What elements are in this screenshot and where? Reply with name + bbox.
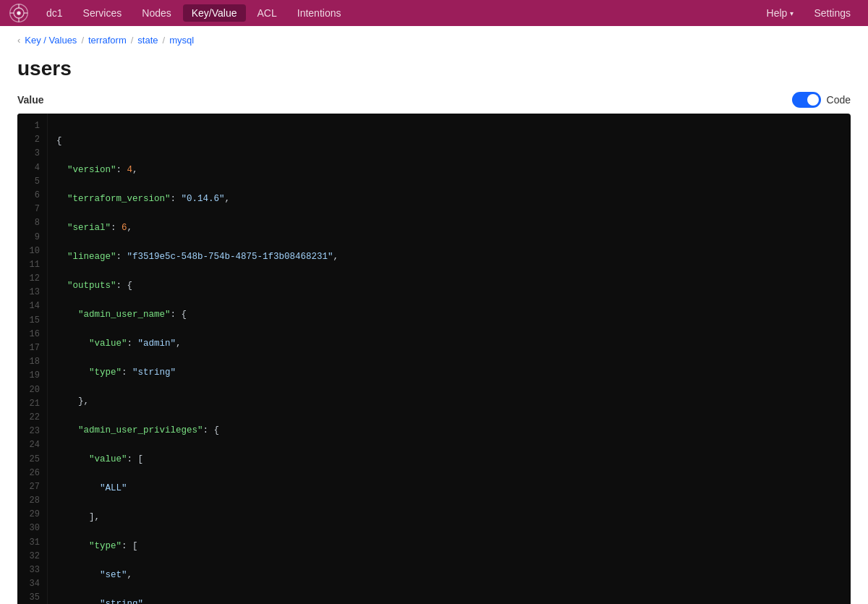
code-line-6: "outputs": { [56, 278, 842, 293]
ln-11: 11 [17, 258, 47, 272]
code-line-1: { [56, 134, 842, 148]
nav-nodes[interactable]: Nodes [133, 4, 179, 22]
ln-21: 21 [17, 397, 47, 411]
ln-1: 1 [17, 119, 47, 133]
ln-25: 25 [17, 453, 47, 467]
code-toggle-switch[interactable] [792, 92, 821, 108]
breadcrumb-sep-3: / [163, 35, 166, 46]
ln-10: 10 [17, 244, 47, 258]
ln-30: 30 [17, 522, 47, 535]
ln-12: 12 [17, 272, 47, 286]
code-line-11: "admin_user_privileges": { [56, 423, 842, 438]
ln-35: 35 [17, 591, 47, 604]
navbar: dc1 Services Nodes Key/Value ACL Intenti… [0, 0, 868, 26]
ln-5: 5 [17, 175, 47, 189]
code-line-17: "string" [56, 597, 842, 604]
code-toggle-container: Code [792, 92, 851, 108]
ln-33: 33 [17, 563, 47, 577]
ln-6: 6 [17, 189, 47, 203]
nav-intentions[interactable]: Intentions [289, 4, 350, 22]
consul-logo-icon [9, 3, 29, 23]
code-line-8: "value": "admin", [56, 336, 842, 351]
code-editor: 1 2 3 4 5 6 7 8 9 10 11 12 13 14 15 16 1… [17, 114, 851, 604]
ln-15: 15 [17, 314, 47, 328]
ln-9: 9 [17, 231, 47, 244]
ln-7: 7 [17, 203, 47, 216]
ln-34: 34 [17, 577, 47, 591]
code-line-13: "ALL" [56, 481, 842, 495]
code-line-15: "type": [ [56, 539, 842, 553]
code-line-5: "lineage": "f3519e5c-548b-754b-4875-1f3b… [56, 250, 842, 264]
breadcrumb-sep-2: / [131, 35, 134, 46]
breadcrumb: ‹ Key / Values / terraform / state / mys… [0, 26, 868, 54]
ln-28: 28 [17, 494, 47, 508]
value-header: Value Code [17, 92, 851, 108]
chevron-down-icon: ▾ [790, 9, 793, 17]
ln-23: 23 [17, 425, 47, 438]
ln-4: 4 [17, 161, 47, 175]
svg-point-2 [17, 11, 20, 14]
code-line-7: "admin_user_name": { [56, 307, 842, 322]
nav-settings[interactable]: Settings [805, 4, 859, 22]
breadcrumb-back-icon: ‹ [17, 35, 20, 46]
ln-27: 27 [17, 480, 47, 494]
ln-19: 19 [17, 369, 47, 383]
breadcrumb-mysql[interactable]: mysql [169, 35, 194, 46]
nav-keyvalue[interactable]: Key/Value [183, 4, 246, 22]
ln-8: 8 [17, 216, 47, 230]
ln-24: 24 [17, 438, 47, 452]
ln-16: 16 [17, 328, 47, 341]
ln-17: 17 [17, 341, 47, 355]
code-toggle-label: Code [827, 94, 851, 106]
navbar-right: Help ▾ Settings [758, 4, 859, 22]
breadcrumb-sep-1: / [81, 35, 84, 46]
ln-18: 18 [17, 355, 47, 369]
nav-acl[interactable]: ACL [249, 4, 286, 22]
nav-help[interactable]: Help ▾ [758, 4, 803, 22]
ln-31: 31 [17, 536, 47, 550]
code-line-3: "terraform_version": "0.14.6", [56, 192, 842, 206]
nav-services[interactable]: Services [75, 4, 131, 22]
page-title: users [0, 54, 868, 92]
code-line-14: ], [56, 510, 842, 524]
code-line-12: "value": [ [56, 452, 842, 467]
code-line-16: "set", [56, 568, 842, 582]
breadcrumb-keyvalues[interactable]: Key / Values [25, 35, 77, 46]
code-line-2: "version": 4, [56, 163, 842, 177]
ln-26: 26 [17, 467, 47, 480]
ln-32: 32 [17, 550, 47, 563]
content-area: Value Code 1 2 3 4 5 6 7 8 9 10 11 12 13 [0, 92, 868, 604]
breadcrumb-terraform[interactable]: terraform [88, 35, 127, 46]
value-label: Value [17, 94, 44, 106]
ln-13: 13 [17, 286, 47, 299]
code-line-9: "type": "string" [56, 365, 842, 380]
ln-2: 2 [17, 133, 47, 147]
ln-3: 3 [17, 147, 47, 161]
code-line-10: }, [56, 394, 842, 409]
code-content[interactable]: { "version": 4, "terraform_version": "0.… [48, 114, 851, 604]
ln-29: 29 [17, 508, 47, 522]
code-lines-container: 1 2 3 4 5 6 7 8 9 10 11 12 13 14 15 16 1… [17, 114, 851, 604]
ln-22: 22 [17, 411, 47, 425]
ln-20: 20 [17, 383, 47, 397]
ln-14: 14 [17, 299, 47, 313]
breadcrumb-state[interactable]: state [137, 35, 158, 46]
line-numbers: 1 2 3 4 5 6 7 8 9 10 11 12 13 14 15 16 1… [17, 114, 48, 604]
code-line-4: "serial": 6, [56, 221, 842, 235]
nav-datacenter[interactable]: dc1 [38, 4, 72, 22]
